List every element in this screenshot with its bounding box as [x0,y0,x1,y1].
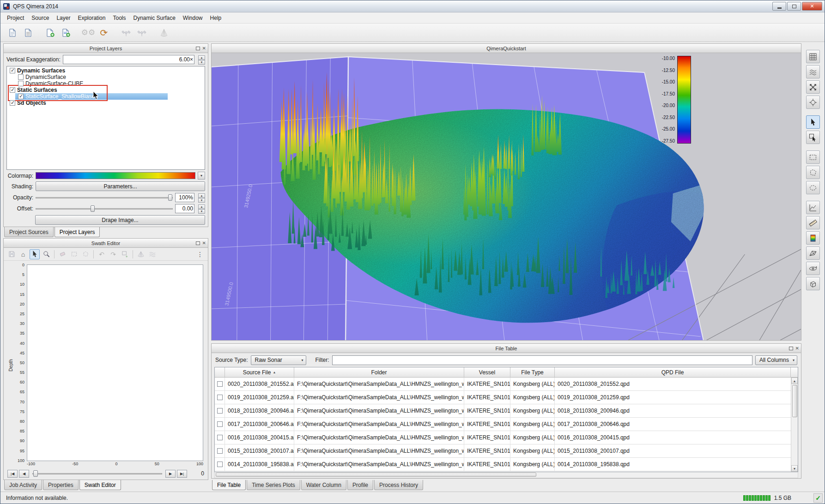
beam-filter-button[interactable] [147,249,158,259]
menu-item[interactable]: Layer [53,13,74,23]
menu-item[interactable]: Exploration [74,13,109,23]
dock-tab[interactable]: Properties [43,480,79,490]
tree-item[interactable]: Static Surfaces [7,87,205,93]
scrollbar-thumb[interactable] [792,385,797,417]
filter-input[interactable] [332,355,752,365]
file-checkbox[interactable] [217,381,223,387]
menu-item[interactable]: Tools [109,13,129,23]
save-button[interactable] [6,249,17,259]
table-row[interactable]: 0019_20110308_201259.all F:\QimeraQuicks… [215,391,798,404]
dock-tab[interactable]: Profile [347,480,373,490]
float-panel-icon[interactable] [789,347,793,350]
dock-tab[interactable]: Time Series Plots [247,480,300,490]
minimize-button[interactable] [772,2,786,11]
opacity-slider[interactable] [36,194,173,201]
scene-3d-view[interactable]: 3149250.0 3149500.0 [212,53,801,340]
offset-stepper[interactable]: ▲▼ [198,204,205,213]
vertical-exaggeration-stepper[interactable]: ▲▼ [198,55,205,64]
last-ping-button[interactable]: ▶| [177,470,187,478]
prev-ping-button[interactable]: ◀ [19,470,29,478]
file-checkbox[interactable] [217,448,223,454]
rect-select-button[interactable] [806,150,820,164]
next-ping-button[interactable]: ▶ [165,470,176,478]
scrollbar-thumb[interactable] [216,473,536,477]
colormap-settings-button[interactable] [806,231,820,245]
column-folder[interactable]: Folder [294,367,464,377]
file-checkbox[interactable] [217,395,223,400]
surface-layers-button[interactable] [806,65,820,78]
table-row[interactable]: 0018_20110308_200946.all F:\QimeraQuicks… [215,404,798,418]
menu-item[interactable]: Source [28,13,53,23]
dock-tab[interactable]: Project Sources [4,227,54,237]
beam-display-button[interactable] [136,249,146,259]
close-panel-icon[interactable]: ✕ [795,346,799,351]
offset-value-field[interactable]: 0.00 [175,204,194,213]
vertical-exaggeration-field[interactable]: 6.00× [63,55,194,64]
columns-select[interactable]: All Columns ▾ [755,355,797,365]
menu-item[interactable]: Window [179,13,206,23]
ellipse-select-button[interactable] [806,181,820,194]
file-checkbox[interactable] [217,408,223,414]
column-source-file[interactable]: Source File▲ [225,367,294,377]
center-view-button[interactable] [806,96,820,109]
rotate-3d-button[interactable] [806,277,820,290]
file-checkbox[interactable] [217,462,223,467]
file-checkbox[interactable] [217,435,223,440]
processing-settings-button[interactable]: ⚙⚙ [81,25,96,40]
ping-slider[interactable] [32,470,162,477]
offset-slider[interactable] [36,205,173,212]
satellite-tool-button[interactable] [119,25,133,40]
add-region-button[interactable] [120,249,130,259]
satellite-config-button[interactable] [134,25,149,40]
tree-item[interactable]: DynamicSurface-CUBE [15,80,205,87]
layer-checkbox[interactable] [18,94,24,99]
add-raw-sonar-files-button[interactable] [43,25,58,40]
redo-button[interactable]: ↷ [108,249,118,259]
eraser-tool-button[interactable] [57,249,67,259]
column-vessel[interactable]: Vessel [464,367,510,377]
table-row[interactable]: 0015_20110308_200107.all F:\QimeraQuicks… [215,444,798,458]
float-panel-icon[interactable] [196,241,200,245]
mesh-display-button[interactable] [806,246,820,260]
file-checkbox[interactable] [217,421,223,427]
zoom-extents-button[interactable] [806,80,820,94]
dock-tab[interactable]: Water Column [301,480,346,490]
drape-image-button[interactable]: Drape Image... [35,215,205,225]
layer-checkbox[interactable] [18,81,24,86]
table-row[interactable]: 0014_20110308_195838.all F:\QimeraQuicks… [215,458,798,471]
multibeam-tool-button[interactable] [157,25,171,40]
measure-tool-button[interactable] [806,216,820,229]
opacity-value-field[interactable]: 100% [175,193,194,202]
swath-plot-canvas[interactable] [27,264,203,461]
profile-tool-button[interactable] [806,201,820,214]
colormap-dropdown[interactable]: ▾ [198,172,205,180]
dock-tab[interactable]: Swath Editor [79,480,121,490]
tree-item[interactable]: Dynamic Surfaces [7,67,205,74]
column-file-type[interactable]: File Type [510,367,555,377]
maximize-button[interactable] [787,2,801,11]
float-panel-icon[interactable] [196,47,200,50]
menu-item[interactable]: Help [206,13,225,23]
open-project-button[interactable] [21,25,36,40]
table-row[interactable]: 0016_20110308_200415.all F:\QimeraQuicks… [215,431,798,444]
home-view-button[interactable]: ⌂ [18,249,28,259]
layer-checkbox[interactable] [10,100,15,106]
create-project-button[interactable] [5,25,20,40]
grid-view-button[interactable] [806,50,820,63]
undo-button[interactable]: ↶ [97,249,107,259]
zoom-tool-button[interactable] [41,249,51,259]
menu-item[interactable]: Project [3,13,28,23]
close-panel-icon[interactable]: ✕ [202,240,206,246]
horizontal-scrollbar[interactable] [214,472,798,478]
dock-tab[interactable]: Project Layers [55,227,100,237]
polygon-select-button[interactable] [80,249,91,259]
reprocess-button[interactable]: ⟳ [97,25,111,40]
column-qpd-file[interactable]: QPD File [555,367,791,377]
polygon-select-button[interactable] [806,166,820,179]
shading-parameters-button[interactable]: Parameters... [36,181,205,191]
colormap-preview[interactable] [36,172,195,179]
close-panel-icon[interactable]: ✕ [202,46,206,51]
select-all-column[interactable] [215,367,225,377]
orbit-view-button[interactable] [806,262,820,275]
pointer-tool-button[interactable] [806,115,820,129]
